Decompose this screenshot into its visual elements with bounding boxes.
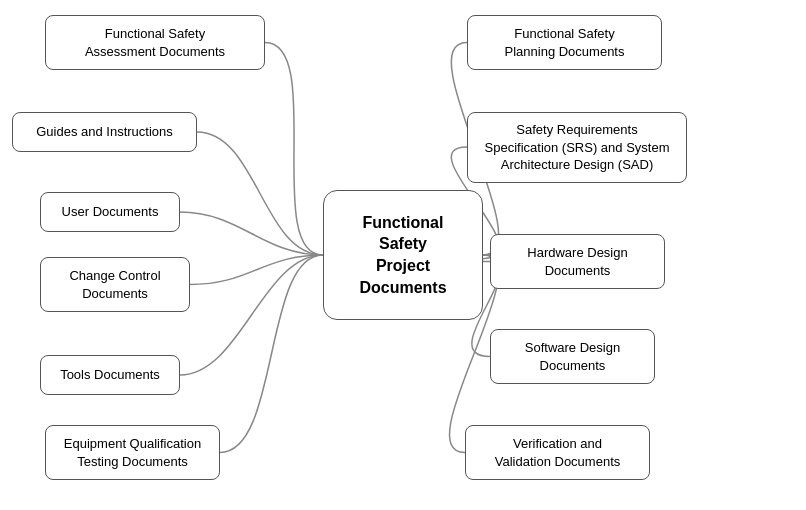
change-control-connector [190,255,323,285]
hardware-design-label: Hardware Design Documents [527,244,627,279]
verification-validation-node: Verification and Validation Documents [465,425,650,480]
guides-instructions-connector [197,132,323,255]
tools-documents-node: Tools Documents [40,355,180,395]
tools-documents-connector [180,255,323,375]
user-documents-label: User Documents [62,203,159,221]
equipment-qualification-node: Equipment Qualification Testing Document… [45,425,220,480]
verification-validation-label: Verification and Validation Documents [495,435,621,470]
user-documents-connector [180,212,323,255]
safety-requirements-label: Safety Requirements Specification (SRS) … [485,121,670,174]
functional-safety-planning-node: Functional Safety Planning Documents [467,15,662,70]
safety-requirements-node: Safety Requirements Specification (SRS) … [467,112,687,183]
software-design-label: Software Design Documents [525,339,620,374]
functional-safety-planning-label: Functional Safety Planning Documents [505,25,625,60]
equipment-qualification-label: Equipment Qualification Testing Document… [64,435,201,470]
hardware-design-node: Hardware Design Documents [490,234,665,289]
user-documents-node: User Documents [40,192,180,232]
functional-safety-assessment-node: Functional Safety Assessment Documents [45,15,265,70]
equipment-qualification-connector [220,255,323,453]
tools-documents-label: Tools Documents [60,366,160,384]
guides-instructions-node: Guides and Instructions [12,112,197,152]
guides-instructions-label: Guides and Instructions [36,123,173,141]
mind-map-container: Functional Safety Project Documents Func… [0,0,806,510]
functional-safety-assessment-label: Functional Safety Assessment Documents [85,25,225,60]
functional-safety-assessment-connector [265,43,323,256]
center-label: Functional Safety Project Documents [359,212,446,298]
software-design-node: Software Design Documents [490,329,655,384]
center-node: Functional Safety Project Documents [323,190,483,320]
change-control-node: Change Control Documents [40,257,190,312]
change-control-label: Change Control Documents [69,267,160,302]
